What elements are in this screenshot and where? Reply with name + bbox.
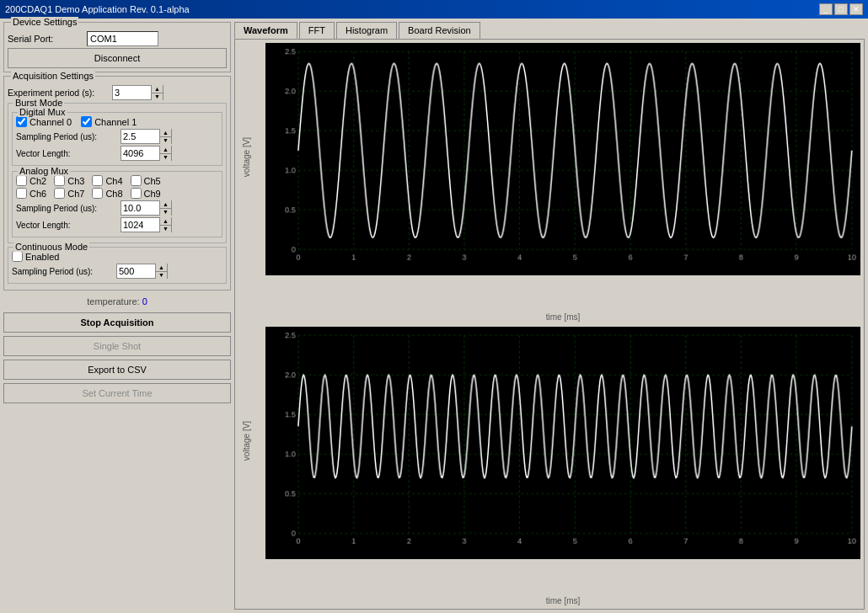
digital-vector-length-label: Vector Length: [16, 149, 117, 158]
experiment-period-up[interactable]: ▲ [152, 85, 163, 93]
acquisition-settings-group: Acquisition Settings Experiment period (… [3, 76, 231, 291]
analog-sampling-period-input[interactable] [121, 201, 159, 215]
continuous-enabled-label: Enabled [25, 252, 59, 262]
analog-vl-down[interactable]: ▼ [160, 226, 171, 233]
charts-area: voltage [V] time [ms] voltage [V] [234, 39, 865, 610]
ch7-checkbox[interactable] [54, 188, 65, 199]
digital-vector-length-input[interactable] [121, 147, 159, 160]
continuous-mode-group: Continuous Mode Enabled Sampling Period … [8, 247, 227, 284]
tab-fft[interactable]: FFT [299, 22, 335, 39]
close-button[interactable]: ✕ [849, 3, 863, 15]
tab-board-revision[interactable]: Board Revision [399, 22, 480, 39]
chart2-wrapper: voltage [V] time [ms] [238, 327, 860, 605]
tab-histogram[interactable]: Histogram [336, 22, 397, 39]
serial-port-input[interactable] [87, 31, 158, 46]
ch3-label: Ch3 [67, 176, 84, 186]
chart1-x-label: time [ms] [265, 312, 860, 322]
title-bar: 200CDAQ1 Demo Application Rev. 0.1-alpha… [0, 0, 868, 19]
set-current-time-button[interactable]: Set Current Time [3, 383, 231, 403]
continuous-sampling-period-input[interactable] [117, 264, 155, 278]
analog-sp-up[interactable]: ▲ [160, 200, 171, 209]
ch3-checkbox[interactable] [54, 175, 65, 186]
digital-sp-down[interactable]: ▼ [160, 137, 171, 145]
tab-waveform[interactable]: Waveform [234, 22, 297, 39]
analog-mux-label: Analog Mux [18, 166, 70, 176]
chart1-canvas [265, 43, 860, 275]
stop-acquisition-button[interactable]: Stop Acquisition [3, 312, 231, 333]
ch8-label: Ch8 [105, 189, 122, 199]
burst-mode-group: Burst Mode Digital Mux Channel 0 Channel… [8, 103, 227, 243]
ch2-label: Ch2 [29, 176, 46, 186]
chart1-wrapper: voltage [V] time [ms] [238, 43, 860, 322]
temperature-label: temperature: [87, 296, 139, 306]
analog-mux-group: Analog Mux Ch2 Ch3 Ch4 Ch5 Ch6 [12, 171, 222, 237]
chart1-y-label: voltage [V] [242, 137, 251, 177]
analog-vector-length-label: Vector Length: [16, 221, 117, 230]
cont-sp-down[interactable]: ▼ [156, 272, 167, 280]
chart2-y-label: voltage [V] [242, 421, 251, 461]
serial-port-label: Serial Port: [8, 34, 83, 44]
channel1-label: Channel 1 [94, 117, 137, 127]
channel1-checkbox[interactable] [81, 116, 92, 127]
temperature-value: 0 [142, 296, 147, 306]
continuous-sampling-period-label: Sampling Period (us): [12, 267, 113, 276]
ch5-checkbox[interactable] [131, 175, 142, 186]
continuous-enabled-checkbox[interactable] [12, 251, 23, 262]
disconnect-button[interactable]: Disconnect [8, 48, 227, 68]
ch6-label: Ch6 [29, 189, 46, 199]
ch2-checkbox[interactable] [16, 175, 27, 186]
single-shot-button[interactable]: Single Shot [3, 336, 231, 356]
channel0-checkbox[interactable] [16, 116, 27, 127]
device-settings-group: Device Settings Serial Port: Disconnect [3, 22, 231, 72]
continuous-mode-label: Continuous Mode [13, 242, 89, 252]
ch5-label: Ch5 [144, 176, 161, 186]
ch7-label: Ch7 [67, 189, 84, 199]
chart2-x-label: time [ms] [265, 596, 860, 605]
digital-vl-down[interactable]: ▼ [160, 154, 171, 162]
ch9-label: Ch9 [144, 189, 161, 199]
window-title: 200CDAQ1 Demo Application Rev. 0.1-alpha [5, 4, 190, 14]
ch9-checkbox[interactable] [131, 188, 142, 199]
digital-mux-label: Digital Mux [18, 107, 67, 117]
digital-sampling-period-label: Sampling Period (us): [16, 132, 117, 141]
ch4-label: Ch4 [105, 176, 122, 186]
analog-vector-length-input[interactable] [121, 218, 159, 232]
export-csv-button[interactable]: Export to CSV [3, 360, 231, 380]
analog-vl-up[interactable]: ▲ [160, 217, 171, 226]
digital-sp-up[interactable]: ▲ [160, 129, 171, 137]
experiment-period-label: Experiment period (s): [8, 88, 109, 98]
minimize-button[interactable]: _ [819, 3, 833, 15]
ch6-checkbox[interactable] [16, 188, 27, 199]
temperature-row: temperature: 0 [3, 294, 231, 309]
cont-sp-up[interactable]: ▲ [156, 264, 167, 272]
analog-sp-down[interactable]: ▼ [160, 209, 171, 216]
experiment-period-down[interactable]: ▼ [152, 93, 163, 101]
channel0-label: Channel 0 [29, 117, 72, 127]
ch8-checkbox[interactable] [92, 188, 103, 199]
chart2-canvas [265, 327, 860, 559]
analog-sampling-period-label: Sampling Period (us): [16, 204, 117, 213]
maximize-button[interactable]: □ [834, 3, 848, 15]
device-settings-label: Device Settings [11, 17, 78, 27]
digital-vl-up[interactable]: ▲ [160, 146, 171, 154]
tab-bar: Waveform FFT Histogram Board Revision [234, 22, 865, 39]
acquisition-settings-label: Acquisition Settings [11, 71, 95, 81]
experiment-period-input[interactable] [113, 86, 151, 99]
ch4-checkbox[interactable] [92, 175, 103, 186]
digital-sampling-period-input[interactable] [121, 130, 159, 143]
digital-mux-group: Digital Mux Channel 0 Channel 1 Sampling… [12, 112, 222, 166]
